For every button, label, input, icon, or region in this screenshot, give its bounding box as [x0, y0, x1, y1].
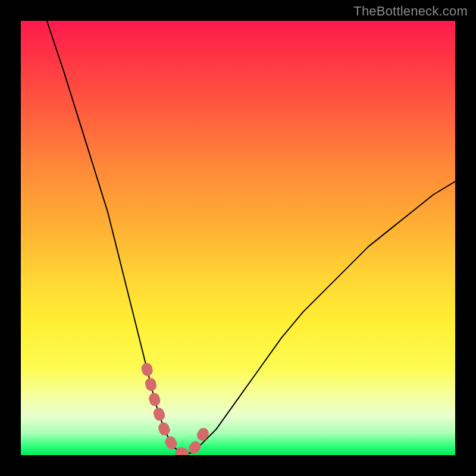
watermark-text: TheBottleneck.com — [353, 4, 468, 19]
curve-layer — [47, 21, 455, 453]
bottleneck-curve-path — [47, 21, 455, 453]
chart-frame: TheBottleneck.com — [0, 0, 476, 476]
plot-area — [21, 21, 455, 455]
bottleneck-curve-svg — [21, 21, 455, 455]
marker-layer — [147, 368, 208, 453]
highlighted-range-path — [147, 368, 208, 453]
